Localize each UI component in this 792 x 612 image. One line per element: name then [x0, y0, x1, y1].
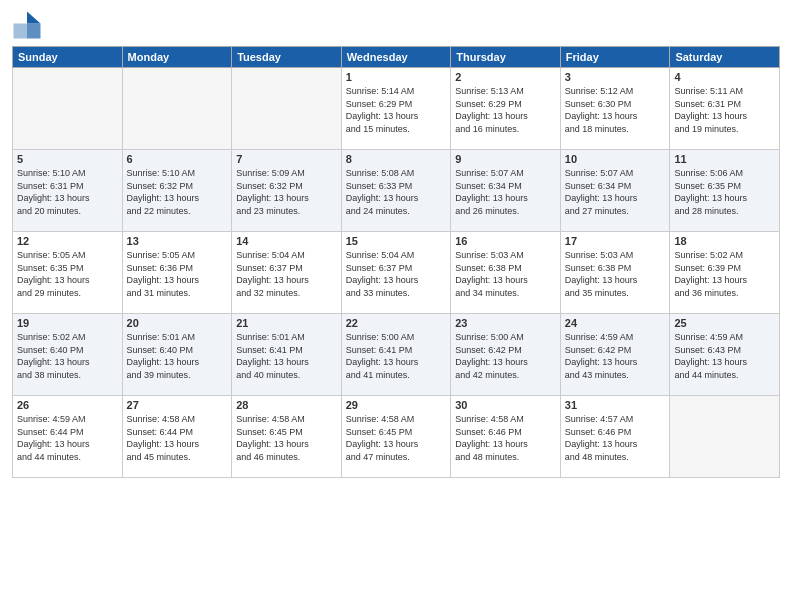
page: SundayMondayTuesdayWednesdayThursdayFrid… — [0, 0, 792, 612]
day-info: Sunrise: 5:00 AM Sunset: 6:42 PM Dayligh… — [455, 331, 556, 381]
day-number: 11 — [674, 153, 775, 165]
weekday-header-thursday: Thursday — [451, 47, 561, 68]
calendar-day-cell: 22Sunrise: 5:00 AM Sunset: 6:41 PM Dayli… — [341, 314, 451, 396]
day-info: Sunrise: 5:00 AM Sunset: 6:41 PM Dayligh… — [346, 331, 447, 381]
calendar-week-row: 26Sunrise: 4:59 AM Sunset: 6:44 PM Dayli… — [13, 396, 780, 478]
calendar: SundayMondayTuesdayWednesdayThursdayFrid… — [12, 46, 780, 478]
day-number: 14 — [236, 235, 337, 247]
calendar-day-cell: 23Sunrise: 5:00 AM Sunset: 6:42 PM Dayli… — [451, 314, 561, 396]
day-info: Sunrise: 5:09 AM Sunset: 6:32 PM Dayligh… — [236, 167, 337, 217]
day-info: Sunrise: 4:59 AM Sunset: 6:42 PM Dayligh… — [565, 331, 666, 381]
day-number: 22 — [346, 317, 447, 329]
calendar-day-cell: 30Sunrise: 4:58 AM Sunset: 6:46 PM Dayli… — [451, 396, 561, 478]
day-number: 30 — [455, 399, 556, 411]
day-number: 7 — [236, 153, 337, 165]
logo — [12, 10, 46, 40]
day-info: Sunrise: 5:14 AM Sunset: 6:29 PM Dayligh… — [346, 85, 447, 135]
weekday-header-friday: Friday — [560, 47, 670, 68]
day-number: 10 — [565, 153, 666, 165]
calendar-day-cell: 10Sunrise: 5:07 AM Sunset: 6:34 PM Dayli… — [560, 150, 670, 232]
day-info: Sunrise: 5:03 AM Sunset: 6:38 PM Dayligh… — [565, 249, 666, 299]
svg-marker-0 — [27, 12, 41, 24]
calendar-day-cell: 13Sunrise: 5:05 AM Sunset: 6:36 PM Dayli… — [122, 232, 232, 314]
calendar-day-cell: 21Sunrise: 5:01 AM Sunset: 6:41 PM Dayli… — [232, 314, 342, 396]
day-number: 20 — [127, 317, 228, 329]
weekday-header-monday: Monday — [122, 47, 232, 68]
weekday-header-wednesday: Wednesday — [341, 47, 451, 68]
day-info: Sunrise: 4:57 AM Sunset: 6:46 PM Dayligh… — [565, 413, 666, 463]
day-info: Sunrise: 5:02 AM Sunset: 6:39 PM Dayligh… — [674, 249, 775, 299]
calendar-day-cell — [13, 68, 123, 150]
header — [12, 10, 780, 40]
day-number: 1 — [346, 71, 447, 83]
day-info: Sunrise: 4:58 AM Sunset: 6:44 PM Dayligh… — [127, 413, 228, 463]
calendar-day-cell: 14Sunrise: 5:04 AM Sunset: 6:37 PM Dayli… — [232, 232, 342, 314]
calendar-day-cell: 11Sunrise: 5:06 AM Sunset: 6:35 PM Dayli… — [670, 150, 780, 232]
logo-icon — [12, 10, 42, 40]
calendar-day-cell: 6Sunrise: 5:10 AM Sunset: 6:32 PM Daylig… — [122, 150, 232, 232]
calendar-day-cell: 15Sunrise: 5:04 AM Sunset: 6:37 PM Dayli… — [341, 232, 451, 314]
day-number: 13 — [127, 235, 228, 247]
day-number: 15 — [346, 235, 447, 247]
calendar-day-cell: 5Sunrise: 5:10 AM Sunset: 6:31 PM Daylig… — [13, 150, 123, 232]
calendar-day-cell: 3Sunrise: 5:12 AM Sunset: 6:30 PM Daylig… — [560, 68, 670, 150]
day-number: 16 — [455, 235, 556, 247]
calendar-day-cell: 1Sunrise: 5:14 AM Sunset: 6:29 PM Daylig… — [341, 68, 451, 150]
weekday-header-tuesday: Tuesday — [232, 47, 342, 68]
day-number: 12 — [17, 235, 118, 247]
calendar-day-cell: 26Sunrise: 4:59 AM Sunset: 6:44 PM Dayli… — [13, 396, 123, 478]
day-number: 23 — [455, 317, 556, 329]
day-info: Sunrise: 5:12 AM Sunset: 6:30 PM Dayligh… — [565, 85, 666, 135]
day-number: 4 — [674, 71, 775, 83]
day-number: 27 — [127, 399, 228, 411]
calendar-day-cell — [670, 396, 780, 478]
day-info: Sunrise: 5:02 AM Sunset: 6:40 PM Dayligh… — [17, 331, 118, 381]
day-number: 29 — [346, 399, 447, 411]
calendar-day-cell: 8Sunrise: 5:08 AM Sunset: 6:33 PM Daylig… — [341, 150, 451, 232]
calendar-week-row: 1Sunrise: 5:14 AM Sunset: 6:29 PM Daylig… — [13, 68, 780, 150]
calendar-week-row: 12Sunrise: 5:05 AM Sunset: 6:35 PM Dayli… — [13, 232, 780, 314]
day-number: 2 — [455, 71, 556, 83]
calendar-week-row: 19Sunrise: 5:02 AM Sunset: 6:40 PM Dayli… — [13, 314, 780, 396]
calendar-day-cell: 9Sunrise: 5:07 AM Sunset: 6:34 PM Daylig… — [451, 150, 561, 232]
day-info: Sunrise: 5:06 AM Sunset: 6:35 PM Dayligh… — [674, 167, 775, 217]
day-info: Sunrise: 4:59 AM Sunset: 6:43 PM Dayligh… — [674, 331, 775, 381]
day-number: 21 — [236, 317, 337, 329]
day-info: Sunrise: 5:07 AM Sunset: 6:34 PM Dayligh… — [455, 167, 556, 217]
day-info: Sunrise: 5:07 AM Sunset: 6:34 PM Dayligh… — [565, 167, 666, 217]
day-info: Sunrise: 5:04 AM Sunset: 6:37 PM Dayligh… — [236, 249, 337, 299]
calendar-day-cell: 20Sunrise: 5:01 AM Sunset: 6:40 PM Dayli… — [122, 314, 232, 396]
svg-marker-2 — [14, 24, 28, 39]
day-info: Sunrise: 5:01 AM Sunset: 6:40 PM Dayligh… — [127, 331, 228, 381]
day-number: 31 — [565, 399, 666, 411]
day-info: Sunrise: 5:11 AM Sunset: 6:31 PM Dayligh… — [674, 85, 775, 135]
calendar-day-cell: 18Sunrise: 5:02 AM Sunset: 6:39 PM Dayli… — [670, 232, 780, 314]
day-info: Sunrise: 4:58 AM Sunset: 6:46 PM Dayligh… — [455, 413, 556, 463]
day-info: Sunrise: 5:13 AM Sunset: 6:29 PM Dayligh… — [455, 85, 556, 135]
calendar-week-row: 5Sunrise: 5:10 AM Sunset: 6:31 PM Daylig… — [13, 150, 780, 232]
day-info: Sunrise: 4:58 AM Sunset: 6:45 PM Dayligh… — [346, 413, 447, 463]
day-info: Sunrise: 5:10 AM Sunset: 6:32 PM Dayligh… — [127, 167, 228, 217]
day-info: Sunrise: 5:05 AM Sunset: 6:36 PM Dayligh… — [127, 249, 228, 299]
day-info: Sunrise: 5:01 AM Sunset: 6:41 PM Dayligh… — [236, 331, 337, 381]
calendar-day-cell: 24Sunrise: 4:59 AM Sunset: 6:42 PM Dayli… — [560, 314, 670, 396]
calendar-day-cell: 19Sunrise: 5:02 AM Sunset: 6:40 PM Dayli… — [13, 314, 123, 396]
calendar-day-cell: 16Sunrise: 5:03 AM Sunset: 6:38 PM Dayli… — [451, 232, 561, 314]
weekday-header-sunday: Sunday — [13, 47, 123, 68]
day-info: Sunrise: 4:58 AM Sunset: 6:45 PM Dayligh… — [236, 413, 337, 463]
day-number: 5 — [17, 153, 118, 165]
calendar-day-cell: 2Sunrise: 5:13 AM Sunset: 6:29 PM Daylig… — [451, 68, 561, 150]
day-number: 28 — [236, 399, 337, 411]
day-number: 18 — [674, 235, 775, 247]
day-number: 9 — [455, 153, 556, 165]
day-number: 6 — [127, 153, 228, 165]
calendar-day-cell — [122, 68, 232, 150]
day-info: Sunrise: 5:05 AM Sunset: 6:35 PM Dayligh… — [17, 249, 118, 299]
calendar-day-cell: 12Sunrise: 5:05 AM Sunset: 6:35 PM Dayli… — [13, 232, 123, 314]
weekday-header-saturday: Saturday — [670, 47, 780, 68]
day-number: 24 — [565, 317, 666, 329]
day-number: 8 — [346, 153, 447, 165]
calendar-day-cell: 29Sunrise: 4:58 AM Sunset: 6:45 PM Dayli… — [341, 396, 451, 478]
day-info: Sunrise: 5:08 AM Sunset: 6:33 PM Dayligh… — [346, 167, 447, 217]
day-info: Sunrise: 5:10 AM Sunset: 6:31 PM Dayligh… — [17, 167, 118, 217]
